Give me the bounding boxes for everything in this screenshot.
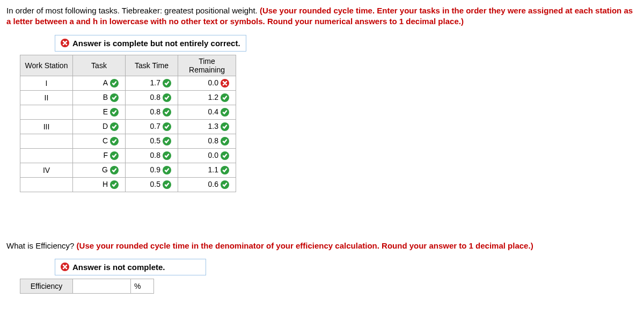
check-icon xyxy=(163,122,171,131)
check-icon xyxy=(221,151,229,160)
efficiency-label: Efficiency xyxy=(20,279,73,293)
feedback-banner-2: Answer is not complete. xyxy=(55,259,206,275)
question-1-prompt: In order of most following tasks. Tiebre… xyxy=(6,5,638,27)
check-icon xyxy=(110,166,119,174)
task-time-cell[interactable]: 0.8 xyxy=(126,105,178,119)
check-icon xyxy=(221,122,229,131)
cross-icon xyxy=(61,263,69,271)
table-row: IIID0.71.3 xyxy=(20,119,236,134)
prompt-text: In order of most following tasks. Tiebre… xyxy=(6,6,260,15)
time-remaining-cell[interactable]: 0.0 xyxy=(178,148,236,163)
workstation-cell xyxy=(20,177,73,192)
check-icon xyxy=(221,137,229,145)
feedback-banner-1: Answer is complete but not entirely corr… xyxy=(55,35,246,52)
workstation-cell: IV xyxy=(20,163,73,177)
task-cell[interactable]: H xyxy=(73,177,126,192)
check-icon xyxy=(221,108,229,117)
cross-icon xyxy=(221,79,229,88)
check-icon xyxy=(163,151,171,160)
time-remaining-cell[interactable]: 0.8 xyxy=(178,134,236,148)
check-icon xyxy=(163,180,171,189)
workstation-cell xyxy=(20,105,73,119)
check-icon xyxy=(163,108,171,117)
check-icon xyxy=(110,93,119,102)
q2-instructions: (Use your rounded cycle time in the deno… xyxy=(77,241,533,250)
workstation-cell: II xyxy=(20,90,73,105)
time-remaining-cell[interactable]: 1.1 xyxy=(178,163,236,177)
time-remaining-cell[interactable]: 0.4 xyxy=(178,105,236,119)
check-icon xyxy=(110,180,119,189)
task-cell[interactable]: G xyxy=(73,163,126,177)
task-time-cell[interactable]: 0.5 xyxy=(126,134,178,148)
task-cell[interactable]: A xyxy=(73,76,126,90)
check-icon xyxy=(110,151,119,160)
efficiency-table: Efficiency % xyxy=(20,279,154,294)
task-time-cell[interactable]: 0.8 xyxy=(126,148,178,163)
task-time-cell[interactable]: 0.5 xyxy=(126,177,178,192)
task-cell[interactable]: B xyxy=(73,90,126,105)
task-time-cell[interactable]: 1.7 xyxy=(126,76,178,90)
time-remaining-cell[interactable]: 1.3 xyxy=(178,119,236,134)
header-workstation: Work Station xyxy=(20,55,73,76)
check-icon xyxy=(110,137,119,145)
check-icon xyxy=(163,166,171,174)
question-2-prompt: What is Efficiency? (Use your rounded cy… xyxy=(6,241,638,251)
table-row: H0.50.6 xyxy=(20,177,236,192)
feedback-text-2: Answer is not complete. xyxy=(72,263,165,272)
workstation-cell xyxy=(20,134,73,148)
workstation-cell xyxy=(20,148,73,163)
task-time-cell[interactable]: 0.8 xyxy=(126,90,178,105)
efficiency-unit: % xyxy=(131,279,154,293)
table-row: IIB0.81.2 xyxy=(20,90,236,105)
check-icon xyxy=(163,79,171,88)
time-remaining-cell[interactable]: 1.2 xyxy=(178,90,236,105)
task-cell[interactable]: F xyxy=(73,148,126,163)
check-icon xyxy=(163,93,171,102)
time-remaining-cell[interactable]: 0.6 xyxy=(178,177,236,192)
workstation-cell: I xyxy=(20,76,73,90)
feedback-text-1: Answer is complete but not entirely corr… xyxy=(72,39,240,48)
check-icon xyxy=(110,122,119,131)
header-task-time: Task Time xyxy=(126,55,178,76)
table-row: IA1.70.0 xyxy=(20,76,236,90)
table-row: F0.80.0 xyxy=(20,148,236,163)
workstation-cell: III xyxy=(20,119,73,134)
efficiency-input[interactable] xyxy=(73,279,131,293)
task-cell[interactable]: E xyxy=(73,105,126,119)
task-cell[interactable]: C xyxy=(73,134,126,148)
table-row: C0.50.8 xyxy=(20,134,236,148)
check-icon xyxy=(163,137,171,145)
q2-text: What is Efficiency? xyxy=(6,241,77,250)
table-row: IVG0.91.1 xyxy=(20,163,236,177)
cross-icon xyxy=(61,39,69,47)
task-cell[interactable]: D xyxy=(73,119,126,134)
header-time-remaining: Time Remaining xyxy=(178,55,236,76)
task-time-cell[interactable]: 0.9 xyxy=(126,163,178,177)
time-remaining-cell[interactable]: 0.0 xyxy=(178,76,236,90)
check-icon xyxy=(110,108,119,117)
header-task: Task xyxy=(73,55,126,76)
check-icon xyxy=(221,93,229,102)
table-row: E0.80.4 xyxy=(20,105,236,119)
task-time-cell[interactable]: 0.7 xyxy=(126,119,178,134)
tasks-table: Work Station Task Task Time Time Remaini… xyxy=(20,55,236,192)
check-icon xyxy=(221,166,229,174)
check-icon xyxy=(110,79,119,88)
check-icon xyxy=(221,180,229,189)
